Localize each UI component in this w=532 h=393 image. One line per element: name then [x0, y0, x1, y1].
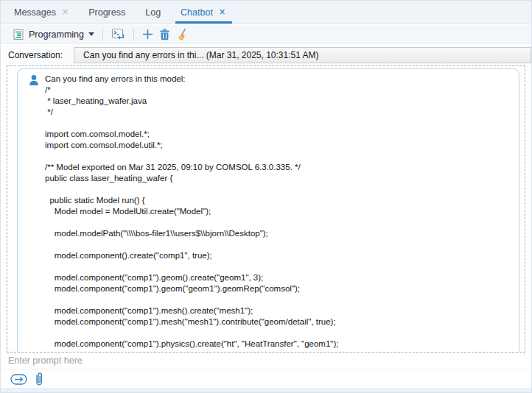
mode-dropdown-button[interactable]: Programming — [10, 27, 97, 42]
user-avatar-icon — [28, 74, 40, 86]
insert-to-console-button[interactable] — [108, 26, 128, 42]
toolbar-separator — [102, 29, 103, 40]
tab-messages[interactable]: Messages ✕ — [14, 1, 69, 24]
conversation-selected-option: Can you find any errors in thi... (Mar 3… — [83, 50, 319, 60]
close-icon[interactable]: ✕ — [62, 8, 69, 16]
chevron-down-icon — [88, 32, 94, 36]
send-button[interactable] — [10, 374, 27, 385]
trash-icon — [159, 29, 170, 40]
paperclip-icon — [34, 372, 44, 387]
chat-scroll-area[interactable]: Can you find any errors in this model: /… — [7, 66, 525, 353]
mode-label: Programming — [29, 29, 84, 40]
tab-label: Progress — [88, 7, 125, 18]
tab-label: Chatbot — [181, 7, 213, 18]
close-icon[interactable]: ✕ — [219, 8, 225, 16]
programming-document-icon — [13, 29, 24, 40]
conversation-label: Conversation: — [8, 50, 63, 60]
console-insert-icon — [111, 28, 125, 40]
conversation-select[interactable]: Can you find any errors in thi... (Mar 3… — [74, 47, 531, 63]
clear-conversation-button[interactable] — [173, 26, 192, 43]
tab-label: Log — [145, 7, 161, 18]
user-message-text: Can you find any errors in this model: /… — [45, 74, 511, 350]
delete-conversation-button[interactable] — [156, 27, 173, 42]
prompt-row — [1, 353, 531, 369]
plus-icon — [142, 29, 153, 40]
tab-progress[interactable]: Progress — [88, 1, 125, 24]
user-message-bubble: Can you find any errors in this model: /… — [17, 68, 519, 353]
chatbot-toolbar: Programming — [1, 25, 531, 44]
toolbar-separator — [133, 29, 134, 40]
tab-bar: Messages ✕ Progress Log Chatbot ✕ — [1, 1, 531, 24]
broom-icon — [176, 28, 189, 41]
conversation-bar: Conversation: Can you find any errors in… — [1, 45, 531, 65]
prompt-input[interactable] — [1, 353, 531, 369]
window-bottom-edge — [1, 388, 531, 392]
tab-log[interactable]: Log — [145, 1, 161, 24]
new-conversation-button[interactable] — [139, 27, 156, 41]
send-arrow-icon — [10, 374, 27, 385]
prompt-actions-row — [1, 369, 531, 389]
chatbot-panel-window: Messages ✕ Progress Log Chatbot ✕ — [0, 0, 532, 393]
tab-chatbot[interactable]: Chatbot ✕ — [181, 1, 225, 24]
tab-label: Messages — [14, 7, 56, 18]
attach-file-button[interactable] — [34, 372, 44, 387]
